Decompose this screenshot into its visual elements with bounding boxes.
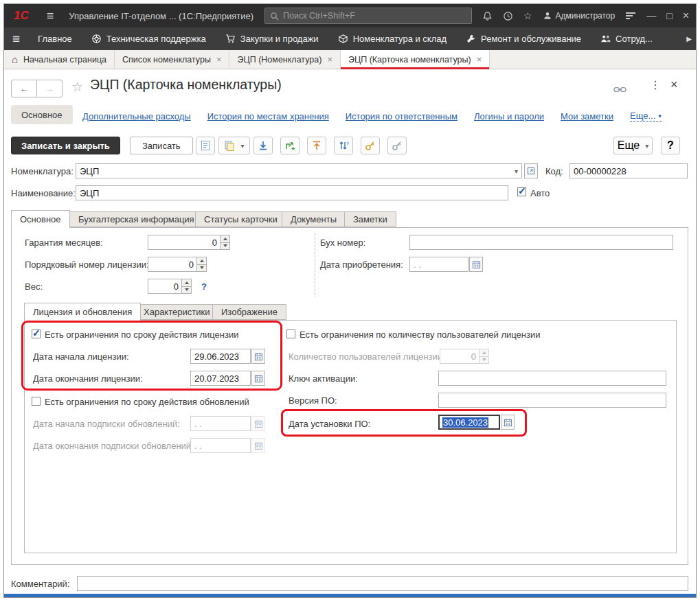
close-window-button[interactable]: ×	[683, 10, 689, 21]
tab-accounting-info[interactable]: Бухгалтерская информация	[69, 211, 203, 227]
home-icon: ⌂	[12, 54, 18, 65]
forward-button[interactable]: →	[36, 80, 63, 97]
warranty-input[interactable]: 0	[148, 235, 230, 250]
download-button[interactable]	[253, 137, 273, 154]
section-nomenclature-stock[interactable]: Номенклатура и склад	[328, 27, 456, 50]
license-number-input[interactable]: 0	[148, 257, 207, 272]
tab-characteristics[interactable]: Характеристики	[135, 304, 218, 320]
weight-spinner[interactable]	[181, 279, 191, 293]
license-end-input[interactable]: 20.07.2023	[190, 371, 251, 386]
tab-documents[interactable]: Документы	[282, 211, 346, 227]
key-secondary-button[interactable]	[387, 137, 407, 154]
get-link-button[interactable]	[613, 84, 626, 96]
license-end-calendar-button[interactable]	[251, 371, 265, 386]
help-button[interactable]: ?	[661, 137, 680, 154]
close-tab-icon[interactable]: ×	[216, 54, 222, 65]
open-nomenclature-button[interactable]	[524, 163, 538, 178]
section-tech-support[interactable]: Техническая поддержка	[82, 27, 216, 50]
purchase-date-calendar-button[interactable]	[469, 257, 483, 272]
current-user[interactable]: Администратор	[543, 11, 616, 21]
chevron-down-icon[interactable]: ▾	[515, 167, 518, 175]
warranty-spinner[interactable]	[220, 235, 229, 249]
code-label: Код:	[545, 166, 563, 176]
section-repair-service[interactable]: Ремонт и обслуживание	[456, 27, 591, 50]
name-input[interactable]: ЭЦП	[76, 185, 508, 200]
toolbar-more-button[interactable]: Еще▾	[613, 137, 653, 154]
updates-term-checkbox[interactable]	[32, 397, 41, 406]
box-icon	[338, 34, 348, 44]
connection-status-button[interactable]	[625, 12, 636, 20]
section-purchases-sales[interactable]: Закупки и продажи	[216, 27, 328, 50]
purchase-date-input[interactable]: . .	[409, 257, 468, 272]
license-start-calendar-button[interactable]	[251, 349, 265, 364]
section-main[interactable]: Главное	[28, 27, 82, 50]
upload-button[interactable]	[307, 137, 326, 154]
key-button[interactable]	[361, 137, 380, 154]
tab-nomenclature-list[interactable]: Список номенклатуры ×	[115, 50, 229, 69]
upload-icon	[311, 140, 322, 151]
user-icon	[543, 11, 552, 21]
tab-image[interactable]: Изображение	[212, 304, 286, 320]
save-button[interactable]: Записать	[130, 137, 193, 154]
weight-help-link[interactable]: ?	[201, 281, 207, 292]
global-search-input[interactable]: Поиск Ctrl+Shift+F	[264, 8, 472, 24]
maximize-button[interactable]: □	[666, 11, 672, 21]
purchase-date-value: . .	[414, 259, 421, 270]
section-employees[interactable]: Сотруд...	[591, 27, 662, 50]
nav-link-storage-history[interactable]: История по местам хранения	[207, 111, 329, 121]
report-button[interactable]	[196, 137, 215, 154]
create-based-on-button[interactable]	[280, 137, 300, 154]
users-limit-checkbox[interactable]	[286, 329, 295, 338]
close-tab-icon[interactable]: ×	[327, 54, 332, 65]
tab-main[interactable]: Основное	[11, 210, 70, 228]
tab-license-updates[interactable]: Лицензия и обновления	[24, 303, 141, 321]
code-input[interactable]: 00-00000228	[569, 163, 688, 178]
weight-label: Вес:	[25, 281, 43, 292]
sections-scroll-right-icon[interactable]: ▶	[686, 35, 692, 43]
nav-link-my-notes[interactable]: Мои заметки	[561, 111, 613, 121]
nav-link-additional-costs[interactable]: Дополнительные расходы	[82, 111, 191, 121]
save-close-button[interactable]: Записать и закрыть	[11, 137, 120, 154]
tab-ecp-card[interactable]: ЭЦП (Карточка номенклатуры) ×	[341, 50, 490, 69]
nav-link-logins-passwords[interactable]: Логины и пароли	[474, 111, 544, 121]
license-start-input[interactable]: 29.06.2023	[190, 349, 251, 364]
close-form-button[interactable]: ×	[670, 78, 678, 92]
tab-notes[interactable]: Заметки	[344, 211, 396, 227]
license-term-checkbox[interactable]	[32, 329, 41, 338]
updates-start-input: . .	[190, 416, 251, 431]
copy-button[interactable]: ▾	[218, 137, 250, 154]
main-menu-icon[interactable]: ≡	[47, 9, 54, 23]
install-date-calendar-button[interactable]	[501, 415, 515, 430]
sections-menu-icon[interactable]: ≡	[4, 32, 28, 47]
favorite-star-icon[interactable]: ☆	[71, 79, 83, 95]
reorder-button[interactable]: ?	[334, 137, 353, 154]
tab-card-statuses[interactable]: Статусы карточки	[195, 211, 286, 227]
nav-link-responsible-history[interactable]: История по ответственным	[346, 111, 458, 121]
license-number-spinner[interactable]	[196, 257, 206, 271]
nav-item-main[interactable]: Основное	[11, 105, 73, 124]
auto-checkbox[interactable]	[517, 187, 526, 196]
section-label: Ремонт и обслуживание	[481, 34, 581, 44]
software-version-input[interactable]	[438, 393, 666, 408]
form-more-icon[interactable]: ⋮	[650, 78, 661, 91]
weight-input[interactable]: 0	[148, 279, 192, 294]
name-value: ЭЦП	[80, 188, 99, 198]
comment-label: Комментарий:	[11, 579, 70, 589]
tab-ecp-nomenclature[interactable]: ЭЦП (Номенклатура) ×	[229, 50, 341, 69]
nav-link-more[interactable]: Еще...▾	[630, 111, 662, 121]
activation-key-input[interactable]	[438, 371, 666, 386]
accounting-number-input[interactable]	[409, 235, 673, 250]
install-date-input[interactable]: 30.06.2023	[438, 415, 500, 430]
back-button[interactable]: ←	[11, 80, 37, 97]
calendar-icon	[254, 419, 263, 428]
tab-home[interactable]: ⌂ Начальная страница	[4, 50, 115, 69]
nomenclature-input[interactable]: ЭЦП ▾	[76, 163, 522, 178]
comment-input[interactable]	[77, 576, 688, 591]
history-button[interactable]	[503, 11, 513, 21]
close-tab-icon[interactable]: ×	[477, 54, 482, 65]
favorites-button[interactable]: ☆	[523, 11, 532, 21]
notifications-button[interactable]	[482, 11, 493, 21]
support-icon	[91, 34, 102, 44]
minimize-button[interactable]: —	[646, 11, 656, 21]
updates-start-calendar-button	[251, 416, 265, 431]
